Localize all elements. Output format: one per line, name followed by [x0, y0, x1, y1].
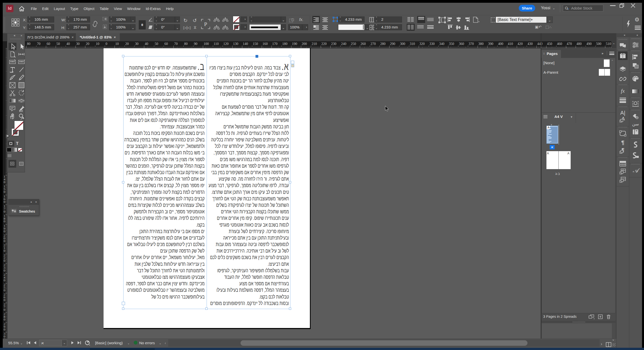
- svg-text:P: P: [204, 21, 207, 27]
